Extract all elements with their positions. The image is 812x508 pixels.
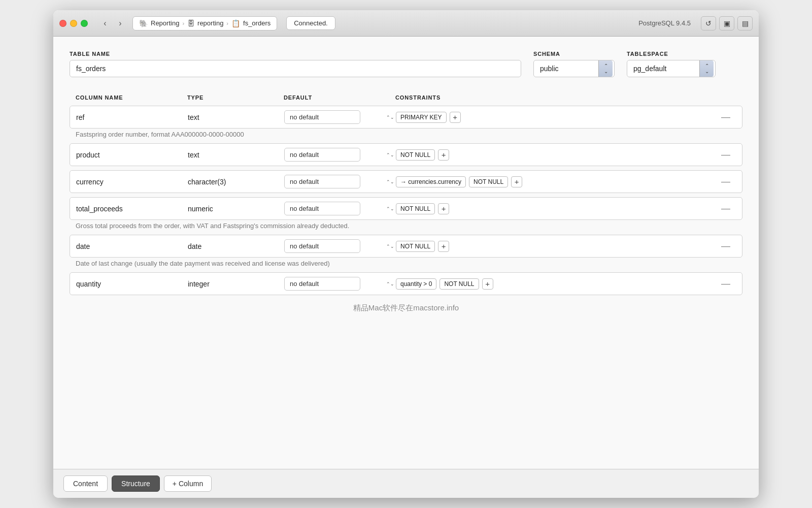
table-icon: 📋: [231, 19, 240, 27]
add-constraint-button[interactable]: +: [482, 278, 493, 290]
column-description: Gross total proceeds from the order, wit…: [70, 220, 742, 235]
constraints-cell: PRIMARY KEY+: [396, 112, 720, 123]
bottom-bar: Content Structure + Column: [53, 469, 759, 498]
add-constraint-button[interactable]: +: [438, 241, 449, 252]
maximize-button[interactable]: [81, 20, 88, 27]
columns-header: COLUMN NAME TYPE DEFAULT CONSTRAINTS: [70, 91, 742, 104]
column-name: ref: [76, 113, 188, 121]
add-constraint-button[interactable]: +: [511, 176, 522, 187]
schema-label: SCHEMA: [533, 51, 615, 57]
remove-column-button[interactable]: —: [720, 111, 732, 123]
column-type: text: [188, 113, 284, 121]
default-arrow-icon: ⌃⌄: [385, 148, 396, 162]
table-name-input[interactable]: [70, 60, 521, 77]
table-row: quantityintegerno default⌃⌄quantity > 0N…: [70, 272, 742, 295]
breadcrumb[interactable]: 🐘 Reporting › 🗄 reporting › 📋 fs_orders: [132, 16, 277, 30]
fk-badge: → currencies.currency: [396, 176, 466, 187]
default-select[interactable]: no default: [284, 239, 360, 253]
constraints-cell: NOT NULL+: [396, 149, 720, 161]
constraint-badge: quantity > 0: [396, 278, 436, 290]
col-header-type: TYPE: [187, 94, 284, 101]
traffic-lights: [59, 20, 88, 27]
tablespace-select-wrapper: pg_default ⌃⌄: [627, 60, 716, 77]
default-select[interactable]: no default: [284, 110, 360, 124]
constraints-cell: quantity > 0NOT NULL+: [396, 278, 720, 290]
tab-content[interactable]: Content: [63, 475, 108, 492]
table-row: producttextno default⌃⌄NOT NULL+—: [70, 143, 742, 166]
nav-buttons: ‹ ›: [98, 16, 127, 30]
tab-structure[interactable]: Structure: [112, 475, 160, 492]
default-select[interactable]: no default: [284, 202, 360, 215]
column-row-wrapper: currencycharacter(3)no default⌃⌄→ curren…: [70, 170, 742, 197]
remove-column-button[interactable]: —: [720, 203, 732, 215]
default-select-wrap: no default⌃⌄: [284, 175, 396, 188]
default-select-wrap: no default⌃⌄: [284, 277, 396, 291]
add-constraint-button[interactable]: +: [450, 112, 461, 123]
column-name: quantity: [76, 280, 188, 288]
titlebar-actions: ↺ ▣ ▤: [701, 16, 753, 30]
constraint-badge: NOT NULL: [396, 149, 435, 161]
default-select-wrap: no default⌃⌄: [284, 202, 396, 215]
remove-column-button[interactable]: —: [720, 278, 732, 290]
refresh-button[interactable]: ↺: [701, 16, 716, 30]
layout2-button[interactable]: ▤: [737, 16, 753, 30]
column-row-wrapper: total_proceedsnumericno default⌃⌄NOT NUL…: [70, 197, 742, 235]
table-row: datedateno default⌃⌄NOT NULL+—: [70, 235, 742, 258]
constraints-cell: NOT NULL+: [396, 203, 720, 214]
constraints-cell: → currencies.currencyNOT NULL+: [396, 176, 720, 187]
default-select[interactable]: no default: [284, 175, 360, 188]
close-button[interactable]: [59, 20, 66, 27]
col-header-default: DEFAULT: [284, 94, 395, 101]
constraint-badge: NOT NULL: [396, 241, 435, 252]
column-row-wrapper: datedateno default⌃⌄NOT NULL+—Date of la…: [70, 235, 742, 272]
columns-section: COLUMN NAME TYPE DEFAULT CONSTRAINTS ref…: [70, 91, 742, 317]
default-select[interactable]: no default: [284, 148, 360, 162]
main-window: ‹ › 🐘 Reporting › 🗄 reporting › 📋 fs_ord…: [53, 10, 759, 498]
constraint-badge: NOT NULL: [439, 278, 479, 290]
column-name: date: [76, 242, 188, 250]
column-row-wrapper: quantityintegerno default⌃⌄quantity > 0N…: [70, 272, 742, 299]
remove-column-button[interactable]: —: [720, 176, 732, 188]
minimize-button[interactable]: [70, 20, 77, 27]
tablespace-label: TABLESPACE: [627, 51, 716, 57]
back-button[interactable]: ‹: [98, 16, 112, 30]
default-arrow-icon: ⌃⌄: [385, 175, 396, 188]
column-row-wrapper: reftextno default⌃⌄PRIMARY KEY+—Fastspri…: [70, 106, 742, 143]
add-column-button[interactable]: + Column: [164, 475, 212, 492]
schema-select-wrapper: public ⌃⌄: [533, 60, 615, 77]
breadcrumb-db[interactable]: Reporting: [151, 19, 179, 27]
forward-button[interactable]: ›: [113, 16, 127, 30]
breadcrumb-schema[interactable]: reporting: [197, 19, 223, 27]
schema-icon: 🗄: [187, 19, 194, 27]
default-select[interactable]: no default: [284, 277, 360, 291]
pg-version: PostgreSQL 9.4.5: [638, 19, 691, 27]
column-row-wrapper: producttextno default⌃⌄NOT NULL+—: [70, 143, 742, 170]
column-description: Fastspring order number, format AAA00000…: [70, 129, 742, 143]
table-row: currencycharacter(3)no default⌃⌄→ curren…: [70, 170, 742, 193]
db-icon: 🐘: [139, 19, 148, 27]
main-content: TABLE NAME SCHEMA public ⌃⌄ TABLESPACE p…: [53, 37, 759, 469]
layout1-button[interactable]: ▣: [719, 16, 734, 30]
column-name: currency: [76, 178, 188, 186]
constraints-cell: NOT NULL+: [396, 241, 720, 252]
columns-list: reftextno default⌃⌄PRIMARY KEY+—Fastspri…: [70, 106, 742, 299]
schema-select[interactable]: public: [533, 60, 615, 77]
breadcrumb-table[interactable]: fs_orders: [243, 19, 270, 27]
constraint-badge: NOT NULL: [469, 176, 508, 187]
tablespace-select[interactable]: pg_default: [627, 60, 716, 77]
remove-column-button[interactable]: —: [720, 149, 732, 161]
column-type: numeric: [188, 205, 284, 213]
col-header-constraints: CONSTRAINTS: [395, 94, 736, 101]
add-constraint-button[interactable]: +: [438, 149, 449, 161]
watermark: 精品Mac软件尽在macstore.info: [70, 299, 742, 317]
schema-group: SCHEMA public ⌃⌄: [533, 51, 615, 77]
column-name: total_proceeds: [76, 205, 188, 213]
default-select-wrap: no default⌃⌄: [284, 148, 396, 162]
add-constraint-button[interactable]: +: [438, 203, 449, 214]
constraint-badge: NOT NULL: [396, 203, 435, 214]
table-row: total_proceedsnumericno default⌃⌄NOT NUL…: [70, 197, 742, 220]
remove-column-button[interactable]: —: [720, 240, 732, 252]
default-arrow-icon: ⌃⌄: [385, 202, 396, 215]
column-type: date: [188, 242, 284, 250]
table-row: reftextno default⌃⌄PRIMARY KEY+—: [70, 106, 742, 129]
